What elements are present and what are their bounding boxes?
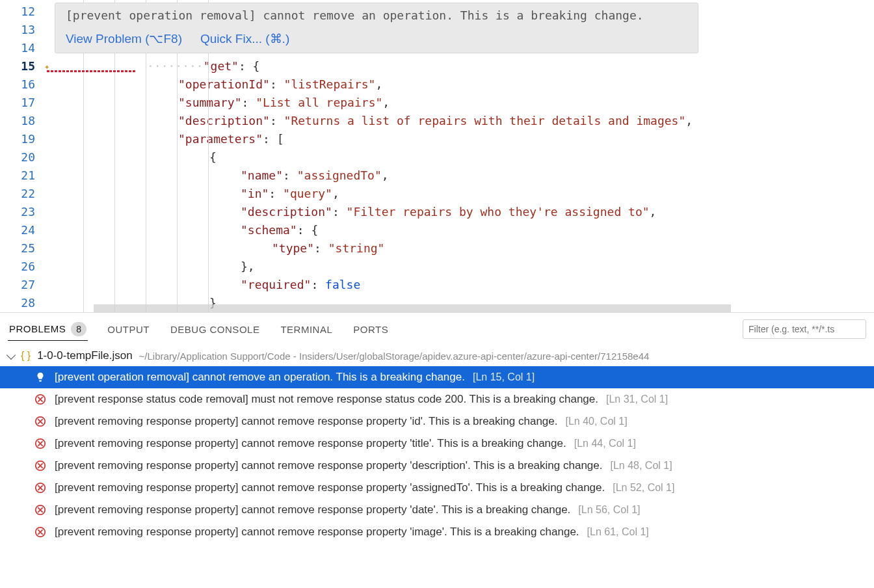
panel-tabs: PROBLEMS8OUTPUTDEBUG CONSOLETERMINALPORT…: [0, 313, 874, 345]
code-line[interactable]: {: [47, 148, 874, 167]
line-number: 26: [0, 258, 47, 276]
problem-row[interactable]: [prevent response status code removal] m…: [0, 388, 874, 410]
file-name: 1-0-0-tempFile.json: [37, 349, 132, 362]
bottom-panel: PROBLEMS8OUTPUTDEBUG CONSOLETERMINALPORT…: [0, 312, 874, 588]
problem-message: [prevent removing response property] can…: [55, 481, 605, 494]
line-number: 16: [0, 75, 47, 94]
problem-location: [Ln 52, Col 1]: [613, 482, 674, 494]
error-icon: [34, 503, 47, 516]
problem-location: [Ln 61, Col 1]: [587, 526, 649, 538]
line-number-gutter: 1213141516171819202122232425262728: [0, 0, 47, 312]
problems-file-header[interactable]: { }1-0-0-tempFile.json~/Library/Applicat…: [0, 345, 874, 366]
code-line[interactable]: "summary": "List all repairs",: [47, 94, 874, 112]
panel-tab-problems[interactable]: PROBLEMS8: [8, 318, 88, 341]
panel-tab-debug-console[interactable]: DEBUG CONSOLE: [169, 320, 261, 339]
json-file-icon: { }: [21, 350, 31, 362]
line-number: 13: [0, 21, 47, 39]
panel-tab-output[interactable]: OUTPUT: [106, 320, 151, 339]
problem-location: [Ln 48, Col 1]: [610, 460, 672, 472]
problem-location: [Ln 44, Col 1]: [574, 438, 636, 449]
code-line[interactable]: "required": false: [47, 276, 874, 294]
code-line[interactable]: "parameters": [: [47, 130, 874, 148]
problem-location: [Ln 31, Col 1]: [606, 394, 668, 405]
line-number: 17: [0, 94, 47, 112]
error-icon: [34, 459, 47, 472]
chevron-down-icon: [7, 351, 16, 360]
code-editor[interactable]: 1213141516171819202122232425262728 ✦ } ·…: [0, 0, 874, 312]
panel-tab-ports[interactable]: PORTS: [352, 320, 390, 339]
problem-message: [prevent removing response property] can…: [55, 459, 602, 472]
problem-message: [prevent removing response property] can…: [55, 503, 570, 516]
problems-filter-input[interactable]: [743, 319, 866, 339]
problem-row[interactable]: [prevent removing response property] can…: [0, 499, 874, 521]
problem-message: [prevent removing response property] can…: [55, 437, 566, 450]
view-problem-link[interactable]: View Problem (⌥F8): [66, 31, 182, 46]
problem-location: [Ln 56, Col 1]: [578, 504, 640, 516]
problems-list[interactable]: { }1-0-0-tempFile.json~/Library/Applicat…: [0, 345, 874, 588]
lightbulb-icon: [34, 371, 47, 384]
line-number: 22: [0, 185, 47, 203]
line-number: 25: [0, 239, 47, 258]
error-icon: [34, 393, 47, 406]
code-line[interactable]: "type": "string": [47, 239, 874, 258]
problem-message: [prevent operation removal] cannot remov…: [55, 371, 465, 384]
problems-count-badge: 8: [71, 322, 86, 336]
line-number: 27: [0, 276, 47, 294]
problem-row[interactable]: [prevent operation removal] cannot remov…: [0, 366, 874, 388]
diagnostic-message: [prevent operation removal] cannot remov…: [55, 3, 698, 27]
code-line[interactable]: "description": "Returns a list of repair…: [47, 112, 874, 130]
line-number: 12: [0, 3, 47, 21]
problem-message: [prevent removing response property] can…: [55, 415, 557, 428]
line-number: 19: [0, 130, 47, 148]
code-line[interactable]: "schema": {: [47, 221, 874, 239]
problem-row[interactable]: [prevent removing response property] can…: [0, 477, 874, 499]
panel-tab-terminal[interactable]: TERMINAL: [279, 320, 334, 339]
problem-row[interactable]: [prevent removing response property] can…: [0, 521, 874, 543]
diagnostic-hover: [prevent operation removal] cannot remov…: [55, 3, 698, 53]
code-line[interactable]: "description": "Filter repairs by who th…: [47, 203, 874, 221]
code-line[interactable]: "operationId": "listRepairs",: [47, 75, 874, 94]
problem-message: [prevent removing response property] can…: [55, 526, 579, 539]
line-number: 18: [0, 112, 47, 130]
line-number: 21: [0, 167, 47, 185]
problem-row[interactable]: [prevent removing response property] can…: [0, 433, 874, 455]
error-icon: [34, 481, 47, 494]
line-number: 14: [0, 39, 47, 57]
problem-row[interactable]: [prevent removing response property] can…: [0, 455, 874, 477]
error-squiggle: [47, 70, 135, 72]
code-line[interactable]: },: [47, 258, 874, 276]
error-icon: [34, 526, 47, 539]
problem-row[interactable]: [prevent removing response property] can…: [0, 410, 874, 433]
problem-location: [Ln 15, Col 1]: [473, 371, 535, 383]
line-number: 28: [0, 294, 47, 312]
code-line[interactable]: "in": "query",: [47, 185, 874, 203]
problem-message: [prevent response status code removal] m…: [55, 393, 598, 406]
quick-fix-link[interactable]: Quick Fix... (⌘.): [200, 31, 289, 46]
sparkle-icon: ✦: [44, 57, 56, 68]
code-line[interactable]: ········"get": {: [47, 57, 874, 75]
line-number: 23: [0, 203, 47, 221]
error-icon: [34, 415, 47, 428]
horizontal-scrollbar[interactable]: [94, 304, 731, 312]
problem-location: [Ln 40, Col 1]: [565, 416, 627, 427]
line-number: 20: [0, 148, 47, 167]
code-line[interactable]: "name": "assignedTo",: [47, 167, 874, 185]
line-number: 15: [0, 57, 47, 75]
file-path: ~/Library/Application Support/Code - Ins…: [139, 351, 650, 362]
line-number: 24: [0, 221, 47, 239]
error-icon: [34, 437, 47, 450]
